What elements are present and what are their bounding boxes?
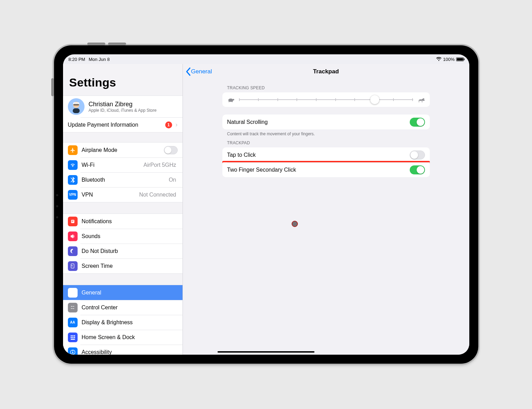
sidebar-item-screentime[interactable]: Screen Time [63,258,183,273]
svg-rect-17 [72,337,73,338]
tortoise-icon [227,97,235,102]
home-dock-label: Home Screen & Dock [82,334,178,340]
tap-to-click-toggle[interactable] [410,151,425,160]
detail-title: Trackpad [313,68,339,75]
airplane-toggle[interactable] [164,146,178,154]
svg-rect-6 [72,220,74,221]
avatar [68,98,85,115]
screentime-icon [68,261,78,271]
svg-point-23 [232,99,234,101]
payment-badge: 1 [165,121,172,128]
svg-point-21 [72,350,73,351]
status-date: Mon Jun 8 [89,57,110,62]
battery-icon [456,57,464,61]
svg-rect-2 [73,108,80,113]
volume-down-button [108,43,126,45]
wifi-label: Wi-Fi [82,162,144,168]
hare-icon [417,97,425,102]
sidebar-item-home-dock[interactable]: Home Screen & Dock [63,330,183,345]
volume-up-button [87,43,105,45]
svg-rect-19 [71,339,75,340]
dnd-icon [68,246,78,256]
sidebar-item-wifi[interactable]: Wi-Fi AirPort 5GHz [63,157,183,172]
svg-rect-16 [71,337,72,338]
dnd-label: Do Not Disturb [82,248,178,254]
update-payment-row[interactable]: Update Payment Information 1 › [63,117,183,132]
screentime-label: Screen Time [82,263,178,269]
svg-rect-10 [72,306,74,307]
sidebar-item-dnd[interactable]: Do Not Disturb [63,244,183,258]
status-bar: 8:20 PM Mon Jun 8 100% [63,54,469,64]
natural-scrolling-row[interactable]: Natural Scrolling [222,115,430,129]
tap-to-click-label: Tap to Click [227,152,410,158]
sidebar-item-accessibility[interactable]: Accessibility [63,345,183,355]
page-title: Settings [63,64,183,96]
bluetooth-icon [68,175,78,185]
tracking-speed-header: TRACKING SPEED [222,79,430,92]
svg-rect-13 [71,335,72,336]
wifi-icon [436,57,442,61]
svg-rect-25 [232,101,232,102]
control-center-icon [68,303,78,312]
chevron-right-icon: › [176,121,178,128]
apple-id-row[interactable]: Christian Zibreg Apple ID, iCloud, iTune… [63,96,183,117]
profile-name: Christian Zibreg [89,100,178,108]
tap-to-click-row[interactable]: Tap to Click [222,147,430,162]
slider-knob[interactable] [370,95,379,104]
svg-rect-18 [74,337,75,338]
svg-rect-15 [74,335,75,336]
wifi-value: AirPort 5GHz [143,162,176,168]
sidebar-item-sounds[interactable]: Sounds [63,229,183,244]
natural-scrolling-label: Natural Scrolling [227,119,410,125]
display-label: Display & Brightness [82,319,178,326]
power-button [51,78,54,96]
nav-bar: General Trackpad [183,64,469,79]
tracking-speed-slider[interactable] [222,92,430,107]
home-dock-icon [68,333,78,342]
status-time: 8:20 PM [69,57,85,62]
chevron-left-icon [185,67,191,76]
sidebar-item-notifications[interactable]: Notifications [63,214,183,229]
airplane-icon [68,145,78,155]
accessibility-label: Accessibility [82,349,178,355]
wifi-icon [68,160,78,170]
natural-scrolling-note: Content will track the movement of your … [222,129,430,137]
vpn-label: VPN [82,192,139,198]
secondary-click-row[interactable]: Two Finger Secondary Click [222,162,430,177]
vpn-value: Not Connected [139,192,176,198]
general-label: General [82,290,178,296]
speaker-dots [56,194,58,218]
sidebar-item-vpn[interactable]: VPN VPN Not Connected [63,187,183,202]
sidebar-item-airplane[interactable]: Airplane Mode [63,143,183,157]
settings-sidebar[interactable]: Settings Christian Zibreg Apple ID, iClo… [63,64,183,355]
svg-rect-24 [228,101,229,102]
battery-percent: 100% [443,57,454,62]
vpn-icon: VPN [68,190,78,200]
notifications-icon [68,217,78,226]
svg-point-9 [71,306,72,307]
update-payment-label: Update Payment Information [68,122,165,128]
profile-desc: Apple ID, iCloud, iTunes & App Store [89,108,178,113]
svg-rect-4 [73,104,79,106]
display-icon: AA [68,318,78,327]
sounds-icon [68,231,78,241]
back-button[interactable]: General [185,64,212,79]
natural-scrolling-toggle[interactable] [410,118,425,127]
control-center-label: Control Center [82,305,178,311]
svg-point-11 [73,308,74,309]
airplane-label: Airplane Mode [82,147,164,153]
cursor-indicator [292,221,298,227]
svg-rect-7 [72,221,73,222]
sidebar-item-bluetooth[interactable]: Bluetooth On [63,172,183,187]
ipad-frame: 8:20 PM Mon Jun 8 100% Settings [54,45,478,364]
sidebar-item-control-center[interactable]: Control Center [63,300,183,315]
sidebar-item-general[interactable]: General [63,285,183,300]
home-indicator[interactable] [218,351,314,353]
sidebar-item-display[interactable]: AA Display & Brightness [63,315,183,330]
sounds-label: Sounds [82,233,178,239]
trackpad-header: TRACKPAD [222,137,430,147]
notifications-label: Notifications [82,218,178,225]
secondary-click-toggle[interactable] [410,165,425,174]
svg-rect-14 [72,335,73,336]
back-label: General [191,68,212,75]
